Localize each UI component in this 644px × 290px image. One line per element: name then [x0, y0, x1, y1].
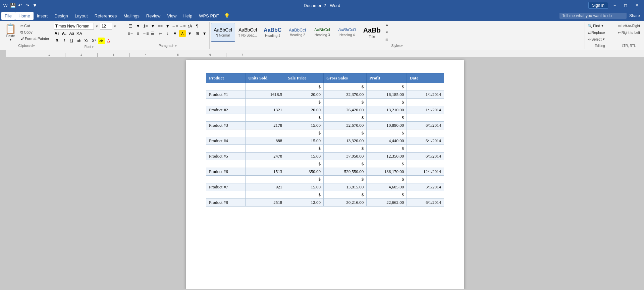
rtl-button[interactable]: ⇐ Right-to-Left: [616, 30, 641, 36]
find-dropdown[interactable]: ▼: [601, 24, 604, 27]
style-no-spacing[interactable]: AaBbCcI ¶ No Spac...: [236, 23, 260, 42]
italic-button[interactable]: I: [61, 38, 68, 44]
menu-help[interactable]: Help: [180, 12, 196, 20]
cell-price-4: 15.00: [285, 153, 324, 160]
menu-home[interactable]: Home: [15, 12, 34, 20]
subscript-button[interactable]: X₂: [83, 38, 90, 44]
select-button[interactable]: ⊹ Select ▼: [586, 36, 607, 42]
dollar-date-6: [407, 176, 444, 183]
save-icon[interactable]: 💾: [10, 3, 15, 8]
rtl-button[interactable]: ⇐: [157, 30, 164, 37]
search-input[interactable]: [559, 13, 627, 19]
find-label: Find: [593, 24, 600, 28]
close-button[interactable]: ✕: [633, 0, 641, 11]
menu-mailings[interactable]: Mailings: [120, 12, 143, 20]
menu-review[interactable]: Review: [143, 12, 164, 20]
cell-profit-6: 4,605.00: [367, 183, 407, 191]
font-name-input[interactable]: [54, 23, 94, 30]
numbering-button[interactable]: 1≡: [142, 23, 149, 30]
decrease-font-size-button[interactable]: A↓: [61, 30, 68, 37]
copy-button[interactable]: ⧉ Copy: [19, 29, 51, 35]
menu-layout[interactable]: Layout: [71, 12, 91, 20]
menu-wps-pdf[interactable]: WPS PDF: [196, 12, 222, 20]
font-size-dropdown[interactable]: ▼: [113, 24, 117, 28]
underline-button[interactable]: U: [68, 38, 75, 44]
line-spacing-dropdown[interactable]: ▼: [172, 30, 178, 37]
style-heading2[interactable]: AaBbCcI Heading 2: [285, 23, 310, 42]
multilevel-button[interactable]: ≡≡: [157, 23, 164, 30]
multilevel-dropdown[interactable]: ▼: [164, 23, 171, 30]
align-left-button[interactable]: ≡←: [127, 30, 134, 37]
dollar-profit-1: $: [367, 99, 407, 106]
menu-design[interactable]: Design: [51, 12, 71, 20]
line-spacing-button[interactable]: ↕: [164, 30, 171, 37]
dollar-units-1: [246, 99, 285, 106]
justify-button[interactable]: ☰: [150, 30, 156, 37]
replace-button[interactable]: ⇄ Replace: [586, 30, 606, 36]
strikethrough-button[interactable]: ab: [76, 38, 83, 44]
font-expand-icon[interactable]: ▿: [92, 45, 94, 49]
style-normal[interactable]: AaBbCcI ¶ Normal: [211, 23, 235, 42]
style-heading4[interactable]: AaBbCcD Heading 4: [335, 23, 359, 42]
bullets-dropdown[interactable]: ▼: [135, 23, 142, 30]
paragraph-content: ☰ ▼ 1≡ ▼ ≡≡ ▼ ←≡ →≡ ↕A ¶ ≡← ≡ →≡ ☰ ⇐: [127, 23, 208, 43]
redo-icon[interactable]: ↷: [25, 3, 30, 8]
shading-dropdown[interactable]: ▼: [186, 30, 193, 37]
style-title[interactable]: AaBb Title: [360, 23, 384, 42]
font-format-row: B I U ab X₂ X² ab A: [54, 38, 112, 44]
undo-icon[interactable]: ↶: [17, 3, 23, 8]
sign-in-button[interactable]: Sign in: [588, 2, 608, 9]
styles-expand-icon[interactable]: ▿: [401, 44, 403, 48]
font-name-dropdown[interactable]: ▼: [95, 24, 99, 28]
dollar-gross-3: $: [324, 129, 367, 137]
show-hide-button[interactable]: ¶: [194, 23, 201, 30]
doc-scroll[interactable]: Product Units Sold Sale Price Gross Sale…: [6, 57, 644, 289]
increase-indent-button[interactable]: →≡: [179, 23, 186, 30]
borders-dropdown[interactable]: ▼: [201, 30, 208, 37]
menu-references[interactable]: References: [91, 12, 120, 20]
dollar-product-2: [206, 114, 246, 122]
style-heading1[interactable]: AaBbC Heading 1: [261, 23, 285, 42]
styles-more[interactable]: ⊞: [385, 38, 389, 42]
font-color-button[interactable]: A: [105, 38, 112, 44]
change-case-button[interactable]: Aa: [68, 30, 75, 37]
dollar-product-7: [206, 191, 246, 199]
select-dropdown[interactable]: ▼: [602, 38, 605, 41]
style-heading3[interactable]: AaBbCcI Heading 3: [310, 23, 334, 42]
ltr-button[interactable]: ⇒ Left-to-Right: [616, 23, 641, 29]
restore-button[interactable]: ◻: [621, 0, 630, 11]
clear-formatting-button[interactable]: ✕A: [76, 30, 83, 37]
superscript-button[interactable]: X²: [91, 38, 97, 44]
align-right-button[interactable]: →≡: [142, 30, 149, 37]
numbering-dropdown[interactable]: ▼: [150, 23, 156, 30]
minimize-button[interactable]: −: [611, 0, 619, 11]
font-size-input[interactable]: [100, 23, 112, 30]
sort-button[interactable]: ↕A: [186, 23, 193, 30]
decrease-indent-button[interactable]: ←≡: [172, 23, 178, 30]
paragraph-expand-icon[interactable]: ▿: [175, 44, 177, 48]
increase-font-size-button[interactable]: A↑: [54, 30, 60, 37]
bullets-button[interactable]: ☰: [127, 23, 134, 30]
paste-button[interactable]: 📋 Paste ▼: [3, 23, 18, 42]
text-highlight-button[interactable]: ab: [98, 38, 105, 44]
style-heading2-label: Heading 2: [290, 33, 305, 37]
customize-icon[interactable]: ▼: [32, 3, 38, 8]
paragraph-group-label: Paragraph ▿: [127, 43, 208, 48]
format-painter-button[interactable]: 🖌 Format Painter: [19, 36, 51, 42]
cell-gross-2: 32,670.00: [324, 122, 367, 129]
share-button[interactable]: Share: [627, 13, 643, 19]
find-button[interactable]: 🔍 Find ▼: [586, 23, 605, 29]
bold-button[interactable]: B: [54, 38, 60, 44]
cell-price-2: 15.00: [285, 122, 324, 129]
styles-scroll-down[interactable]: ▼: [385, 31, 389, 34]
clipboard-expand-icon[interactable]: ▿: [33, 44, 35, 48]
align-center-button[interactable]: ≡: [135, 30, 142, 37]
styles-scroll-up[interactable]: ▲: [385, 23, 389, 26]
menu-file[interactable]: File: [1, 12, 15, 20]
menu-view[interactable]: View: [164, 12, 180, 20]
rtl-label: Right-to-Left: [622, 31, 640, 35]
menu-insert[interactable]: Insert: [34, 12, 51, 20]
cut-button[interactable]: ✂ Cut: [19, 23, 51, 29]
shading-button[interactable]: A: [179, 30, 186, 37]
borders-button[interactable]: ⊞: [194, 30, 201, 37]
